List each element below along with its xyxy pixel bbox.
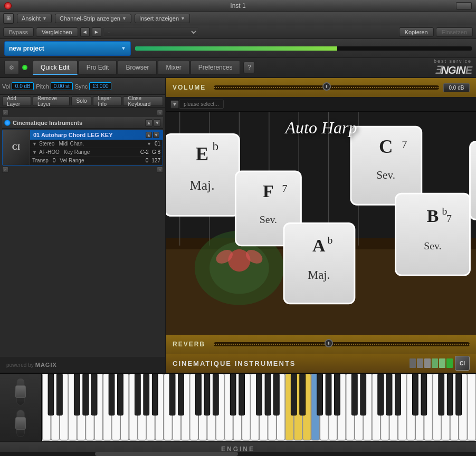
- ci-block-4: [432, 358, 438, 368]
- instrument-arrows: ▲ ▼: [145, 119, 161, 127]
- midi-chan-label: Midi Chan.: [59, 141, 145, 147]
- vol-value[interactable]: 0.0 dB: [12, 82, 34, 90]
- powered-by-text: powered by: [6, 362, 34, 368]
- key-range-max: G 8: [152, 149, 160, 155]
- svg-text:Sev.: Sev.: [424, 240, 441, 251]
- close-keyboard-button[interactable]: Close Keyboard: [123, 96, 163, 106]
- insert-arrow: ▼: [180, 16, 185, 21]
- instrument-panel: ○ ○ Cinematique Instruments ▲ ▼: [0, 108, 165, 373]
- vel-range-min: 0: [146, 158, 149, 163]
- volume-row: VOLUME 0.0 dB: [166, 78, 476, 97]
- close-button[interactable]: [4, 2, 12, 9]
- midi-value: 01: [155, 141, 160, 147]
- corner-bl-button[interactable]: ○: [2, 167, 8, 173]
- ci-block-1: [410, 358, 416, 368]
- add-layer-button[interactable]: Add Layer: [2, 96, 31, 106]
- project-dropdown-arrow: ▼: [121, 45, 126, 51]
- patch-name-row: 01 Autoharp Chord LEG KEY ▲ ▼: [30, 130, 163, 140]
- magix-brand: MAGIX: [35, 362, 57, 368]
- keyboard-controls: [0, 374, 42, 441]
- sync-label: Sync: [75, 83, 88, 90]
- minimize-button[interactable]: [456, 2, 472, 9]
- volume-label: VOLUME: [173, 84, 210, 91]
- keyboard-scrollbar[interactable]: [0, 452, 476, 456]
- mod-thumb: [15, 417, 26, 430]
- volume-knob[interactable]: [322, 82, 331, 91]
- piano-keys: [42, 374, 476, 441]
- key-range-label: Key Range: [64, 149, 138, 155]
- svg-text:C: C: [379, 135, 393, 157]
- insert-menu[interactable]: Insert anzeigen ▼: [135, 14, 190, 23]
- pitch-value[interactable]: 0.00 st: [51, 82, 73, 90]
- svg-text:E: E: [196, 143, 208, 164]
- tab-browser[interactable]: Browser: [118, 60, 157, 75]
- volume-value: 0.0 dB: [443, 83, 470, 92]
- right-panel: VOLUME 0.0 dB ▼ please select... Auto Ha…: [166, 78, 476, 373]
- transp-vel-row: Transp 0 Vel Range 0 127: [30, 157, 163, 165]
- volume-slider[interactable]: [214, 85, 439, 90]
- vol-param: Vol 0.0 dB: [2, 82, 34, 90]
- reverb-label: REVERB: [173, 341, 210, 348]
- corner-tl-button[interactable]: ○: [2, 110, 8, 116]
- project-name: new project: [9, 45, 44, 52]
- vol-label: Vol: [2, 83, 10, 90]
- ci-block-3: [424, 358, 431, 368]
- layer-info-button[interactable]: Layer Info: [93, 96, 121, 106]
- einsetzen-button[interactable]: Einsetzen: [436, 27, 473, 37]
- preset-prev-button[interactable]: ▼: [170, 100, 179, 109]
- pitch-label: Pitch: [36, 83, 49, 90]
- corner-br-button[interactable]: ○: [157, 167, 163, 173]
- remove-layer-button[interactable]: Remove Layer: [33, 96, 70, 106]
- sync-value[interactable]: 13.000: [89, 82, 111, 90]
- layer-controls: Vol 0.0 dB Pitch 0.00 st Sync 13.000: [0, 78, 165, 95]
- tab-mixer[interactable]: Mixer: [158, 60, 189, 75]
- instrument-power-led[interactable]: [4, 120, 11, 126]
- instrument-name: Cinematique Instruments: [13, 120, 143, 126]
- pitch-slider[interactable]: [16, 378, 25, 405]
- tab-quick-edit[interactable]: Quick Edit: [33, 60, 78, 75]
- app-icon[interactable]: ⊞: [3, 13, 14, 24]
- svg-text:7: 7: [446, 212, 452, 224]
- ansicht-menu[interactable]: Ansicht ▼: [17, 14, 52, 23]
- patch-name: 01 Autoharp Chord LEG KEY: [33, 132, 113, 138]
- svg-text:b: b: [213, 140, 218, 153]
- piano-container: [42, 374, 476, 441]
- engine-e2: E: [465, 64, 472, 76]
- channel-select[interactable]: -: [103, 27, 198, 37]
- reverb-track: [214, 344, 470, 345]
- kopieren-button[interactable]: Kopieren: [399, 27, 434, 37]
- engine-e-letter: Ǝ: [435, 64, 441, 76]
- help-button[interactable]: ?: [243, 62, 255, 73]
- compare-button[interactable]: Vergleichen: [36, 27, 78, 37]
- ci-logo: CI: [410, 356, 470, 371]
- svg-text:7: 7: [282, 182, 287, 194]
- preset-value[interactable]: please select...: [179, 100, 224, 109]
- patch-down-button[interactable]: ▼: [153, 132, 159, 138]
- bypass-button[interactable]: Bypass: [3, 27, 34, 37]
- mod-slider[interactable]: [16, 410, 25, 437]
- key-range-row: ▼ AF-HOO Key Range C-2 G 8: [30, 148, 163, 157]
- channel-strip-arrow: ▼: [122, 16, 127, 21]
- prev-button[interactable]: ◄: [80, 27, 90, 37]
- tab-preferences[interactable]: Preferences: [191, 60, 241, 75]
- corner-tr-button[interactable]: ○: [157, 110, 163, 116]
- transp-value: 0: [53, 158, 56, 163]
- project-selector[interactable]: new project ▼: [4, 41, 131, 56]
- inst-next-arrow[interactable]: ▼: [154, 119, 161, 127]
- title-bar: Inst 1: [0, 0, 476, 12]
- patch-up-button[interactable]: ▲: [146, 132, 152, 138]
- sync-param: Sync 13.000: [75, 82, 111, 90]
- reverb-knob[interactable]: [325, 339, 333, 347]
- svg-rect-36: [470, 141, 477, 219]
- svg-text:Maj.: Maj.: [308, 268, 330, 282]
- transp-label: Transp: [32, 158, 49, 163]
- next-button[interactable]: ►: [92, 27, 101, 37]
- tab-pro-edit[interactable]: Pro Edit: [79, 60, 117, 75]
- harp-image: Auto Harp: [166, 112, 476, 335]
- reverb-slider[interactable]: [214, 342, 470, 346]
- inst-prev-arrow[interactable]: ▲: [145, 119, 153, 127]
- engine-settings-icon[interactable]: ⚙: [4, 60, 19, 75]
- solo-button[interactable]: Solo: [71, 96, 91, 106]
- ci-badge: CI: [12, 143, 21, 152]
- channel-strip-menu[interactable]: Channel-Strip anzeigen ▼: [55, 14, 131, 23]
